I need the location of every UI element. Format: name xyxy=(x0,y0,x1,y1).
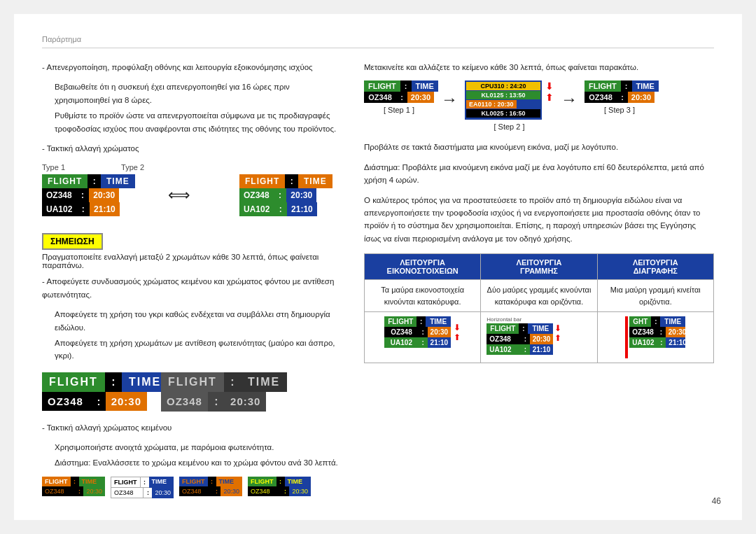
col3-oz-row: OZ348 : 20:30 xyxy=(629,327,685,337)
col3-colon: : xyxy=(651,316,660,327)
type1-ua: UA102 xyxy=(42,202,76,216)
sw1-flight: FLIGHT xyxy=(42,477,71,486)
type2-oz-colon: : xyxy=(274,188,287,202)
sw3-row: OZ348 : 20:30 xyxy=(179,486,242,496)
step3-oz-colon: : xyxy=(617,92,628,103)
col1-oz-time: 20:30 xyxy=(428,327,451,337)
sw3-time-val: 20:30 xyxy=(220,486,242,496)
col3-oz-time: 20:30 xyxy=(666,327,686,337)
step2-kl1: KL0125 : 13:50 xyxy=(466,91,540,99)
small-color-variants-row: FLIGHT : TIME OZ348 : 20:30 FLIGHT : xyxy=(42,477,343,498)
right-text-4: Ο καλύτερος τρόπος για να προστατεύσετε … xyxy=(364,194,714,246)
sw1-header: FLIGHT : TIME xyxy=(42,477,105,486)
step3-oz-time: 20:30 xyxy=(628,92,654,103)
step2-line3: EA0110 : 20:30 xyxy=(466,100,540,108)
col2-widget-inner: FLIGHT : TIME OZ348 : 20:30 xyxy=(486,323,591,355)
sw3-colon: : xyxy=(208,477,216,486)
step-arrow-1-icon: → xyxy=(441,90,458,109)
step1-oz-row: OZ348 : 20:30 xyxy=(364,92,434,103)
col1-left-widget: FLIGHT : TIME OZ348 : 20:30 xyxy=(384,316,451,348)
table-col1-text: Τα μαύρα εικονοστοιχεία κινούνται κατακό… xyxy=(365,280,481,311)
sw2-flight: FLIGHT xyxy=(111,477,141,488)
step1-box: FLIGHT : TIME OZ348 : 20:30 [ Step 1 ] xyxy=(364,80,434,114)
step3-widget: FLIGHT : TIME OZ348 : 20:30 xyxy=(584,80,654,103)
col3-ua-colon: : xyxy=(657,337,666,348)
step3-label: [ Step 3 ] xyxy=(584,106,654,114)
col2-ua-row: UA102 : 21:10 xyxy=(486,344,553,355)
type2-oz-row: OZ348 : 20:30 xyxy=(239,188,316,202)
col1-oz-row: OZ348 : 20:30 xyxy=(384,327,451,337)
sub-3: Αποφεύγετε τη χρήση του γκρι καθώς ενδέχ… xyxy=(55,308,343,334)
type2-label: Type 2 xyxy=(121,163,144,171)
step2-down-arrow-icon: ⬇⬆ xyxy=(545,80,554,103)
sw2-colon: : xyxy=(141,477,149,488)
step3-flight: FLIGHT xyxy=(584,80,621,92)
step1-flight: FLIGHT xyxy=(364,80,400,92)
col1-arrows-icon: ⬇⬆ xyxy=(454,316,461,348)
sw1-row: OZ348 : 20:30 xyxy=(42,486,105,496)
sw1-colon2: : xyxy=(75,486,83,496)
type2-header: FLIGHT : TIME xyxy=(239,174,316,188)
small-widget-4: FLIGHT : TIME OZ348 : 20:30 xyxy=(248,477,311,498)
bullet-3: Αποφεύγετε συνδυασμούς χρώματος κειμένου… xyxy=(42,275,343,301)
col1-fh: FLIGHT : TIME xyxy=(384,316,451,327)
col2-widget-container: Horizontal bar FLIGHT : TIME xyxy=(486,316,591,355)
big-dark-oz-row: OZ348 : 20:30 xyxy=(42,392,147,411)
table-widget-col3: GHT : TIME OZ348 : 20:30 xyxy=(598,312,713,363)
type2-widget: FLIGHT : TIME OZ348 : 20:30 UA102 : 21:1… xyxy=(239,174,316,216)
sw2-row: OZ348 : 20:30 xyxy=(111,488,174,498)
big-dark-oz: OZ348 xyxy=(42,392,92,411)
table-widget-col2: Horizontal bar FLIGHT : TIME xyxy=(481,312,597,363)
page-header: Παράρτημα xyxy=(42,35,714,48)
table-content-row: Τα μαύρα εικονοστοιχεία κινούνται κατακό… xyxy=(364,280,714,312)
type2-time-label: TIME xyxy=(298,174,332,188)
col2-ua: UA102 xyxy=(486,344,521,355)
col3-time: TIME xyxy=(660,316,685,327)
col3-ua-time: 21:10 xyxy=(666,337,685,348)
table-col2-header: ΛΕΙΤΟΥΡΓΙΑ ΓΡΑΜΜΗΣ xyxy=(481,254,597,279)
sw4-header: FLIGHT : TIME xyxy=(248,477,311,486)
step1-oz-time: 20:30 xyxy=(407,92,434,103)
col1-flight: FLIGHT xyxy=(384,316,416,327)
sub-2: Ρυθμίστε το προϊόν ώστε να απενεργοποιεί… xyxy=(55,109,343,135)
step2-widget: CPU310 : 24:20 KL0125 : 13:50 EA0110 : 2… xyxy=(465,80,542,120)
col2-widget: FLIGHT : TIME OZ348 : 20:30 xyxy=(486,323,553,355)
col3-oz-colon: : xyxy=(657,327,666,337)
type1-ua-row: UA102 : 21:10 xyxy=(42,202,119,216)
big-gray-flight: FLIGHT xyxy=(161,372,224,392)
sw3-colon2: : xyxy=(212,486,220,496)
type1-widget: FLIGHT : TIME OZ348 : 20:30 UA102 : 21:1… xyxy=(42,174,119,216)
col2-oz-time: 20:30 xyxy=(530,334,554,344)
step1-widget: FLIGHT : TIME OZ348 : 20:30 xyxy=(364,80,434,103)
col2-ua-time: 21:10 xyxy=(530,344,554,355)
step2-line4: KL0025 : 16:50 xyxy=(466,109,540,118)
col1-ua: UA102 xyxy=(384,337,419,348)
page: Παράρτημα Απενεργοποίηση, προφύλαξη οθόν… xyxy=(14,14,742,520)
col2-colon: : xyxy=(519,323,528,334)
type-labels-row: Type 1 Type 2 xyxy=(42,163,343,171)
type2-colon: : xyxy=(285,174,298,188)
big-gray-time: TIME xyxy=(241,372,287,392)
type1-time-label: TIME xyxy=(101,174,135,188)
step3-colon: : xyxy=(621,80,632,92)
type1-colon: : xyxy=(88,174,101,188)
main-content: Απενεργοποίηση, προφύλαξη οθόνης και λει… xyxy=(42,61,714,505)
col2-flight: FLIGHT xyxy=(486,323,519,334)
type1-ua-colon: : xyxy=(76,202,90,216)
widget-comparison-row: FLIGHT : TIME OZ348 : 20:30 UA102 : 21:1… xyxy=(42,174,343,216)
horiz-bar-label: Horizontal bar xyxy=(486,316,591,323)
big-dark-flight: FLIGHT xyxy=(42,372,105,392)
col3-widget-container: GHT : TIME OZ348 : 20:30 xyxy=(603,316,708,358)
step2-line2: KL0125 : 13:50 xyxy=(466,91,540,99)
col1-flight-widget: FLIGHT : TIME OZ348 : 20:30 xyxy=(384,316,451,348)
col2-flight-widget: FLIGHT : TIME OZ348 : 20:30 xyxy=(486,323,553,355)
sub-4: Αποφεύγετε τη χρήση χρωμάτων με αντίθεση… xyxy=(55,337,343,363)
sub-6: Διάστημα: Εναλλάσσετε το χρώμα κειμένου … xyxy=(55,456,343,469)
big-gray-oz-time: 20:30 xyxy=(225,392,266,412)
type2-ua: UA102 xyxy=(239,202,274,216)
step1-colon: : xyxy=(400,80,412,92)
col3-ua: UA102 xyxy=(629,337,657,348)
page-number: 46 xyxy=(712,496,721,506)
type2-oz-time: 20:30 xyxy=(286,188,316,202)
sw2-time: TIME xyxy=(149,477,174,488)
